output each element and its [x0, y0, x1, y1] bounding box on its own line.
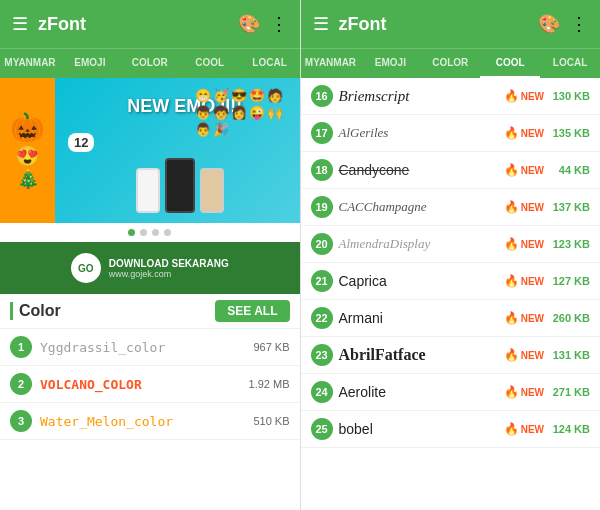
new-badge-20: 🔥NEW	[504, 237, 544, 251]
right-size-17: 135 KB	[550, 127, 590, 139]
ios-badge: 12	[68, 133, 94, 152]
right-font-name-17: AlGeriles	[339, 125, 498, 141]
banner-emoji-bg: 🎃 😍 🎄	[0, 78, 55, 223]
right-tab-myanmar[interactable]: MYANMAR	[301, 49, 361, 78]
right-tab-color[interactable]: COLOR	[420, 49, 480, 78]
right-font-item-23[interactable]: 23 AbrilFatface 🔥NEW 131 KB	[301, 337, 601, 374]
new-badge-24: 🔥NEW	[504, 385, 544, 399]
right-num-17: 17	[311, 122, 333, 144]
left-tab-color[interactable]: COLOR	[120, 49, 180, 78]
left-header: ☰ zFont 🎨 ⋮	[0, 0, 300, 48]
right-num-22: 22	[311, 307, 333, 329]
right-more-icon[interactable]: ⋮	[570, 13, 588, 35]
right-num-20: 20	[311, 233, 333, 255]
banner-carousel[interactable]: 🎃 😍 🎄 NEW EMOJI!! 12 😁🥳😎🤩 🧑👦🧒👩 😜🙌👨🎉	[0, 78, 300, 223]
right-font-item-19[interactable]: 19 CACChampagne 🔥NEW 137 KB	[301, 189, 601, 226]
right-num-18: 18	[311, 159, 333, 181]
left-palette-icon[interactable]: 🎨	[238, 13, 260, 35]
gojek-logo: GO	[71, 253, 101, 283]
banner-phones	[60, 158, 300, 213]
section-header: Color SEE ALL	[0, 294, 300, 329]
right-font-name-25: bobel	[339, 421, 498, 437]
right-tab-cool[interactable]: COOL	[480, 49, 540, 78]
right-font-item-24[interactable]: 24 Aerolite 🔥NEW 271 KB	[301, 374, 601, 411]
right-font-name-24: Aerolite	[339, 384, 498, 400]
font-item-1[interactable]: 1 Yggdrassil_color 967 KB	[0, 329, 300, 366]
left-panel: ☰ zFont 🎨 ⋮ MYANMAR EMOJI COLOR COOL LOC…	[0, 0, 300, 510]
right-tab-local[interactable]: LOCAL	[540, 49, 600, 78]
ad-text: DOWNLOAD SEKARANG www.gojek.com	[109, 258, 229, 279]
new-badge-25: 🔥NEW	[504, 422, 544, 436]
right-panel: ☰ zFont 🎨 ⋮ MYANMAR EMOJI COLOR COOL LOC…	[301, 0, 601, 510]
right-font-name-23: AbrilFatface	[339, 346, 498, 364]
right-font-item-17[interactable]: 17 AlGeriles 🔥NEW 135 KB	[301, 115, 601, 152]
left-tab-local[interactable]: LOCAL	[240, 49, 300, 78]
right-size-25: 124 KB	[550, 423, 590, 435]
right-font-item-18[interactable]: 18 Candycone 🔥NEW 44 KB	[301, 152, 601, 189]
right-font-item-22[interactable]: 22 Armani 🔥NEW 260 KB	[301, 300, 601, 337]
dot-4[interactable]	[164, 229, 171, 236]
new-badge-16: 🔥NEW	[504, 89, 544, 103]
banner-emoji-row: 😁🥳😎🤩 🧑👦🧒👩 😜🙌👨🎉	[195, 88, 295, 137]
new-badge-23: 🔥NEW	[504, 348, 544, 362]
carousel-dots	[0, 223, 300, 242]
right-header: ☰ zFont 🎨 ⋮	[301, 0, 601, 48]
right-size-18: 44 KB	[550, 164, 590, 176]
right-font-name-19: CACChampagne	[339, 199, 498, 215]
font-number-2: 2	[10, 373, 32, 395]
right-font-list: 16 Briemscript 🔥NEW 130 KB 17 AlGeriles …	[301, 78, 601, 510]
right-size-24: 271 KB	[550, 386, 590, 398]
see-all-button[interactable]: SEE ALL	[215, 300, 289, 322]
right-size-22: 260 KB	[550, 312, 590, 324]
right-size-20: 123 KB	[550, 238, 590, 250]
right-num-23: 23	[311, 344, 333, 366]
right-font-name-18: Candycone	[339, 162, 498, 178]
right-tab-emoji[interactable]: EMOJI	[360, 49, 420, 78]
font-number-3: 3	[10, 410, 32, 432]
new-badge-21: 🔥NEW	[504, 274, 544, 288]
dot-2[interactable]	[140, 229, 147, 236]
font-name-3: Water_Melon_color	[40, 414, 245, 429]
left-app-title: zFont	[38, 14, 228, 35]
new-badge-19: 🔥NEW	[504, 200, 544, 214]
right-font-name-21: Caprica	[339, 273, 498, 289]
font-size-3: 510 KB	[253, 415, 289, 427]
left-tab-emoji[interactable]: EMOJI	[60, 49, 120, 78]
section-title: Color	[10, 302, 61, 320]
right-num-16: 16	[311, 85, 333, 107]
right-palette-icon[interactable]: 🎨	[538, 13, 560, 35]
dot-3[interactable]	[152, 229, 159, 236]
font-name-1: Yggdrassil_color	[40, 340, 245, 355]
font-size-2: 1.92 MB	[249, 378, 290, 390]
right-num-25: 25	[311, 418, 333, 440]
right-num-19: 19	[311, 196, 333, 218]
right-font-item-21[interactable]: 21 Caprica 🔥NEW 127 KB	[301, 263, 601, 300]
right-app-title: zFont	[339, 14, 529, 35]
font-item-2[interactable]: 2 VOLCANO_COLOR 1.92 MB	[0, 366, 300, 403]
left-menu-icon[interactable]: ☰	[12, 13, 28, 35]
right-font-item-16[interactable]: 16 Briemscript 🔥NEW 130 KB	[301, 78, 601, 115]
right-size-16: 130 KB	[550, 90, 590, 102]
right-font-item-25[interactable]: 25 bobel 🔥NEW 124 KB	[301, 411, 601, 448]
right-num-21: 21	[311, 270, 333, 292]
new-badge-18: 🔥NEW	[504, 163, 544, 177]
right-size-19: 137 KB	[550, 201, 590, 213]
right-size-23: 131 KB	[550, 349, 590, 361]
right-num-24: 24	[311, 381, 333, 403]
left-font-list: 1 Yggdrassil_color 967 KB 2 VOLCANO_COLO…	[0, 329, 300, 510]
right-font-name-16: Briemscript	[339, 88, 498, 105]
new-badge-22: 🔥NEW	[504, 311, 544, 325]
left-more-icon[interactable]: ⋮	[270, 13, 288, 35]
font-item-3[interactable]: 3 Water_Melon_color 510 KB	[0, 403, 300, 440]
right-size-21: 127 KB	[550, 275, 590, 287]
left-tab-cool[interactable]: COOL	[180, 49, 240, 78]
left-tab-myanmar[interactable]: MYANMAR	[0, 49, 60, 78]
font-name-2: VOLCANO_COLOR	[40, 377, 241, 392]
font-size-1: 967 KB	[253, 341, 289, 353]
ad-banner[interactable]: GO DOWNLOAD SEKARANG www.gojek.com	[0, 242, 300, 294]
right-menu-icon[interactable]: ☰	[313, 13, 329, 35]
right-font-item-20[interactable]: 20 AlmendraDisplay 🔥NEW 123 KB	[301, 226, 601, 263]
dot-1[interactable]	[128, 229, 135, 236]
right-nav-tabs: MYANMAR EMOJI COLOR COOL LOCAL	[301, 48, 601, 78]
font-number-1: 1	[10, 336, 32, 358]
